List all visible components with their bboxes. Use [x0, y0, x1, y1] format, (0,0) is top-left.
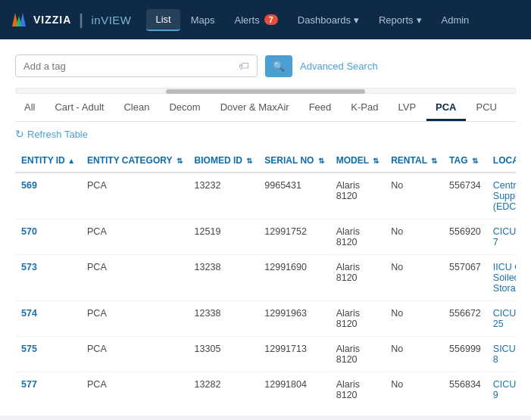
model-cell: Alaris 8120 [330, 173, 385, 219]
table-body: 569PCA132329965431Alaris 8120No556734Cen… [15, 173, 516, 406]
table-header: ENTITY ID ▲ENTITY CATEGORY ⇅BIOMED ID ⇅S… [15, 149, 516, 173]
filter-tab-cart---adult[interactable]: Cart - Adult [45, 95, 113, 121]
tag-cell: 556834 [443, 372, 487, 407]
filter-tab-clean[interactable]: Clean [114, 95, 158, 121]
sort-icon: ⇅ [246, 157, 252, 165]
location-link[interactable]: CICU - Room 7 [493, 226, 516, 247]
col-header-serial-no[interactable]: SERIAL NO ⇅ [258, 149, 330, 173]
logo: VIZZIA | inVIEW [12, 11, 131, 29]
entity-id-cell: 569 [15, 173, 81, 219]
serial-no-cell: 12991690 [258, 255, 330, 301]
tag-cell: 556920 [443, 219, 487, 255]
entity-id-link[interactable]: 575 [21, 344, 37, 354]
rental-cell: No [385, 255, 443, 301]
entity-id-cell: 577 [15, 372, 81, 407]
location-link[interactable]: Central Supply Front (EDC) [493, 180, 516, 212]
entity-id-link[interactable]: 573 [21, 262, 37, 272]
nav-item-maps[interactable]: Maps [182, 10, 224, 30]
rental-cell: No [385, 219, 443, 255]
model-cell: Alaris 8120 [330, 301, 385, 337]
entity-id-link[interactable]: 574 [21, 308, 37, 319]
search-button[interactable]: 🔍 [265, 55, 292, 77]
entity-id-link[interactable]: 577 [21, 379, 37, 390]
refresh-button[interactable]: ↻ Refresh Table [15, 128, 88, 140]
table-row: 570PCA1251912991752Alaris 8120No556920CI… [15, 219, 516, 255]
data-table: ENTITY ID ▲ENTITY CATEGORY ⇅BIOMED ID ⇅S… [15, 149, 516, 406]
filter-tab-feed[interactable]: Feed [300, 95, 341, 121]
entity-id-cell: 573 [15, 255, 81, 301]
serial-no-cell: 12991713 [258, 337, 330, 372]
col-header-biomed-id[interactable]: BIOMED ID ⇅ [189, 149, 259, 173]
location-link[interactable]: SICU - Room 8 [493, 344, 516, 365]
entity-id-cell: 575 [15, 337, 81, 372]
nav-item-list[interactable]: List [146, 9, 180, 31]
table-row: 577PCA1328212991804Alaris 8120No556834CI… [15, 372, 516, 407]
tag-icon: 🏷 [239, 60, 249, 72]
filter-tab-all[interactable]: All [15, 95, 44, 121]
logo-icon [12, 13, 29, 26]
table-row: 575PCA1330512991713Alaris 8120No556999SI… [15, 337, 516, 372]
model-cell: Alaris 8120 [330, 372, 385, 407]
location-link[interactable]: CICU - Room 25 [493, 308, 516, 329]
col-header-location[interactable]: LOCATION ⇅ [487, 149, 516, 173]
serial-no-cell: 12991752 [258, 219, 330, 255]
brand-name: VIZZIA [33, 14, 71, 26]
serial-no-cell: 12991963 [258, 301, 330, 337]
sort-icon: ⇅ [176, 157, 183, 165]
col-header-entity-id[interactable]: ENTITY ID ▲ [15, 149, 81, 173]
serial-no-cell: 12991804 [258, 372, 330, 407]
model-cell: Alaris 8120 [330, 219, 385, 255]
col-header-entity-category[interactable]: ENTITY CATEGORY ⇅ [81, 149, 189, 173]
model-cell: Alaris 8120 [330, 337, 385, 372]
search-input-wrap: 🏷 [15, 54, 258, 77]
tag-cell: 557067 [443, 255, 487, 301]
nav-item-reports[interactable]: Reports ▾ [370, 10, 431, 30]
search-bar: 🏷 🔍 Advanced Search [15, 54, 516, 77]
category-cell: PCA [81, 255, 189, 301]
tag-cell: 556672 [443, 301, 487, 337]
filter-tab-lvp[interactable]: LVP [389, 95, 425, 121]
tag-search-input[interactable] [23, 61, 239, 72]
tag-cell: 556734 [443, 173, 487, 219]
serial-no-cell: 9965431 [258, 173, 330, 219]
rental-cell: No [385, 301, 443, 337]
col-header-tag[interactable]: TAG ⇅ [443, 149, 487, 173]
filter-tab-k-pad[interactable]: K-Pad [342, 95, 387, 121]
col-header-rental[interactable]: RENTAL ⇅ [385, 149, 443, 173]
filter-tab-pca[interactable]: PCA [426, 95, 465, 121]
alerts-badge: 7 [264, 14, 278, 25]
scroll-indicator[interactable] [15, 88, 516, 94]
scroll-thumb [166, 89, 366, 94]
refresh-label: Refresh Table [27, 129, 88, 140]
location-link[interactable]: CICU - Room 9 [493, 379, 516, 400]
filter-tab-decom[interactable]: Decom [160, 95, 209, 121]
sort-icon: ⇅ [472, 157, 478, 165]
logo-divider: | [79, 11, 83, 29]
location-link[interactable]: IICU Outside Soiled Storage [493, 262, 516, 294]
biomed-id-cell: 13282 [189, 372, 259, 407]
main-content: 🏷 🔍 Advanced Search AllCart - AdultClean… [0, 39, 531, 415]
location-cell: SICU - Room 8 [487, 337, 516, 372]
rental-cell: No [385, 173, 443, 219]
category-cell: PCA [81, 173, 189, 219]
col-header-model[interactable]: MODEL ⇅ [330, 149, 385, 173]
advanced-search-link[interactable]: Advanced Search [300, 61, 378, 72]
filter-tab-rental[interactable]: Rental [508, 95, 516, 121]
filter-tab-dover---maxair[interactable]: Dover & MaxAir [211, 95, 298, 121]
location-cell: IICU Outside Soiled Storage [487, 255, 516, 301]
entity-id-link[interactable]: 569 [21, 180, 37, 191]
table-row: 574PCA1233812991963Alaris 8120No556672CI… [15, 301, 516, 337]
sort-icon: ⇅ [431, 157, 437, 165]
entity-id-link[interactable]: 570 [21, 226, 37, 237]
biomed-id-cell: 13232 [189, 173, 259, 219]
reports-dropdown-icon: ▾ [417, 14, 422, 26]
filter-tab-pcu[interactable]: PCU [467, 95, 506, 121]
table-row: 569PCA132329965431Alaris 8120No556734Cen… [15, 173, 516, 219]
nav-item-admin[interactable]: Admin [433, 10, 479, 30]
category-cell: PCA [81, 337, 189, 372]
biomed-id-cell: 13305 [189, 337, 259, 372]
entity-id-cell: 574 [15, 301, 81, 337]
nav-item-alerts[interactable]: Alerts 7 [226, 10, 287, 30]
rental-cell: No [385, 337, 443, 372]
nav-item-dashboards[interactable]: Dashboards ▾ [289, 10, 368, 30]
